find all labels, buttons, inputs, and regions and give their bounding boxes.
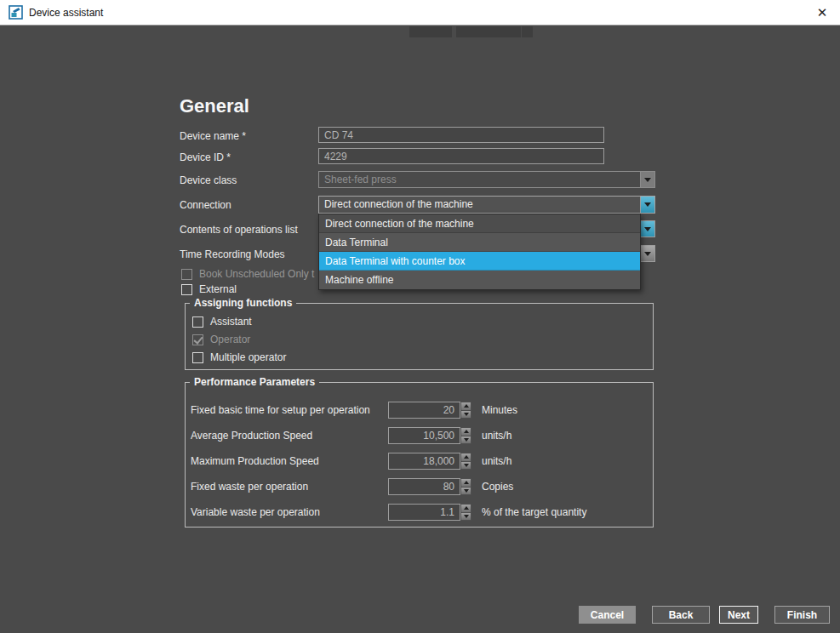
book-unscheduled-checkbox-row: Book Unscheduled Only t (181, 267, 314, 281)
max-speed-label: Maximum Production Speed (191, 453, 319, 470)
device-name-input[interactable] (318, 127, 604, 143)
operator-checkbox-row: Operator (192, 333, 250, 346)
back-button[interactable]: Back (652, 606, 710, 624)
variable-waste-stepper (460, 504, 471, 521)
external-checkbox[interactable] (181, 284, 192, 295)
device-class-label: Device class (180, 174, 237, 186)
avg-speed-label: Average Production Speed (191, 427, 312, 444)
fixed-waste-row: Fixed waste per operation Copies (186, 478, 653, 495)
variable-waste-input[interactable] (388, 504, 460, 521)
fixed-waste-stepper (460, 478, 471, 495)
avg-speed-input[interactable] (388, 427, 460, 444)
external-checkbox-row[interactable]: External (181, 282, 237, 296)
background-artifact (409, 26, 452, 37)
assistant-checkbox[interactable] (192, 316, 203, 328)
spin-up-icon[interactable] (460, 427, 471, 436)
device-class-value: Sheet-fed press (319, 172, 640, 187)
device-class-select[interactable]: Sheet-fed press (318, 171, 655, 188)
operator-checkbox (192, 334, 203, 345)
variable-waste-unit: % of the target quantity (482, 504, 586, 521)
dropdown-option-machine-offline[interactable]: Machine offline (319, 271, 640, 289)
avg-speed-row: Average Production Speed units/h (186, 427, 653, 444)
spin-up-icon[interactable] (460, 478, 471, 488)
fixed-waste-label: Fixed waste per operation (191, 478, 308, 495)
multiple-operator-checkbox[interactable] (192, 352, 203, 363)
operator-label: Operator (210, 334, 250, 345)
book-unscheduled-label: Book Unscheduled Only t (199, 268, 314, 280)
external-label: External (199, 283, 237, 295)
spin-up-icon[interactable] (460, 453, 471, 462)
spin-up-icon[interactable] (460, 504, 471, 513)
assigning-functions-title: Assigning functions (190, 297, 296, 309)
variable-waste-row: Variable waste per operation % of the ta… (186, 504, 653, 521)
close-icon[interactable]: ✕ (813, 0, 831, 26)
dropdown-option-data-terminal[interactable]: Data Terminal (319, 233, 640, 252)
spin-up-icon[interactable] (460, 402, 471, 411)
max-speed-stepper (460, 453, 471, 470)
spin-down-icon[interactable] (460, 436, 471, 445)
assigning-functions-group: Assigning functions Assistant Operator M… (185, 303, 654, 370)
book-unscheduled-checkbox (181, 269, 192, 280)
avg-speed-unit: units/h (482, 427, 511, 444)
next-button[interactable]: Next (719, 606, 758, 624)
dropdown-option-direct-connection[interactable]: Direct connection of the machine (319, 214, 640, 233)
chevron-down-icon[interactable] (640, 197, 654, 213)
max-speed-unit: units/h (482, 453, 511, 470)
max-speed-input[interactable] (388, 453, 460, 470)
time-recording-label: Time Recording Modes (180, 248, 285, 260)
chevron-down-icon (640, 172, 654, 187)
performance-parameters-group: Performance Parameters Fixed basic time … (185, 382, 654, 528)
multiple-operator-label: Multiple operator (210, 351, 286, 363)
device-id-input[interactable] (318, 148, 604, 164)
multiple-operator-checkbox-row[interactable]: Multiple operator (192, 351, 286, 364)
background-artifact (522, 26, 533, 37)
chevron-down-icon[interactable] (640, 246, 654, 261)
device-id-label: Device ID * (180, 151, 231, 163)
variable-waste-label: Variable waste per operation (191, 504, 320, 521)
connection-value: Direct connection of the machine (319, 197, 640, 213)
setup-time-stepper (460, 402, 471, 419)
chevron-down-icon[interactable] (640, 221, 654, 237)
assistant-checkbox-row[interactable]: Assistant (192, 315, 252, 328)
finish-button[interactable]: Finish (774, 606, 830, 624)
fixed-waste-unit: Copies (482, 478, 513, 495)
performance-parameters-title: Performance Parameters (190, 376, 319, 388)
spin-down-icon[interactable] (460, 411, 471, 419)
assistant-label: Assistant (210, 316, 252, 328)
dropdown-option-data-terminal-counter-box[interactable]: Data Terminal with counter box (319, 252, 640, 271)
fixed-waste-input[interactable] (388, 478, 460, 495)
max-speed-row: Maximum Production Speed units/h (186, 453, 653, 470)
spin-down-icon[interactable] (460, 513, 471, 522)
operations-list-label: Contents of operations list (180, 224, 298, 236)
window-title: Device assistant (29, 7, 103, 19)
page-title: General (180, 95, 249, 117)
avg-speed-stepper (460, 427, 471, 444)
spin-down-icon[interactable] (460, 462, 471, 470)
setup-time-input[interactable] (388, 402, 460, 419)
spin-down-icon[interactable] (460, 488, 471, 496)
connection-select[interactable]: Direct connection of the machine (318, 196, 655, 214)
device-assistant-window: Device assistant ✕ General Device name *… (0, 0, 840, 633)
connection-label: Connection (180, 199, 231, 211)
device-name-label: Device name * (180, 130, 246, 142)
setup-time-row: Fixed basic time for setup per operation… (186, 402, 653, 419)
connection-dropdown-list: Direct connection of the machine Data Te… (318, 214, 641, 290)
device-assistant-icon (9, 5, 23, 20)
setup-time-unit: Minutes (482, 402, 517, 419)
titlebar: Device assistant ✕ (0, 0, 840, 26)
cancel-button[interactable]: Cancel (579, 606, 636, 624)
background-artifact (456, 26, 521, 37)
setup-time-label: Fixed basic time for setup per operation (191, 402, 370, 419)
